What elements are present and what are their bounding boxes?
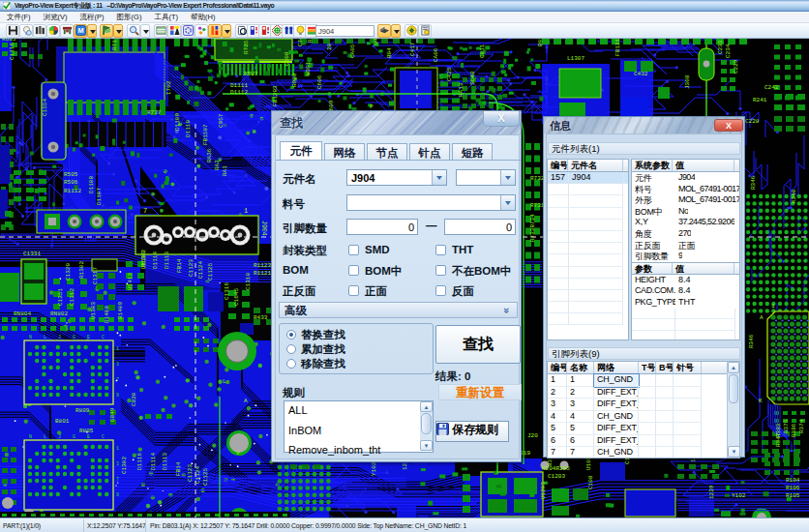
svg-text:U1413: U1413 <box>127 273 134 290</box>
svg-text:U1303: U1303 <box>90 302 97 319</box>
svg-text:D1109: D1109 <box>174 113 181 131</box>
svg-text:C1123: C1123 <box>187 464 194 482</box>
svg-text:J20: J20 <box>527 432 538 439</box>
svg-text:3: 3 <box>116 362 119 368</box>
svg-text:RN804: RN804 <box>14 310 31 317</box>
svg-text:C1124: C1124 <box>197 261 204 279</box>
svg-text:D1116: D1116 <box>140 251 147 269</box>
svg-text:C1125: C1125 <box>202 468 209 486</box>
svg-text:N: N <box>29 335 32 340</box>
svg-text:D1108: D1108 <box>88 176 95 193</box>
svg-text:G: G <box>73 335 75 340</box>
svg-text:C229: C229 <box>733 59 739 74</box>
svg-text:I702: I702 <box>165 80 172 95</box>
svg-text:R1112: R1112 <box>64 188 81 194</box>
svg-text:C1302: C1302 <box>121 457 128 474</box>
svg-text:A: A <box>760 314 764 321</box>
svg-text:C707: C707 <box>297 39 304 46</box>
svg-text:R505: R505 <box>64 171 78 178</box>
svg-text:RA1: RA1 <box>222 165 228 176</box>
svg-text:D1116: D1116 <box>136 453 143 470</box>
svg-text:C606: C606 <box>316 74 323 89</box>
svg-text:D1114: D1114 <box>152 251 159 269</box>
svg-text:E: E <box>87 335 90 340</box>
svg-text:J308: J308 <box>684 74 691 89</box>
svg-text:FB1318: FB1318 <box>614 39 621 56</box>
svg-text:FB1203: FB1203 <box>272 85 279 106</box>
svg-text:RN802: RN802 <box>50 310 68 317</box>
svg-text:C820: C820 <box>131 392 137 406</box>
svg-text:CA06: CA06 <box>433 47 439 62</box>
svg-text:N: N <box>29 434 32 440</box>
svg-text:C228: C228 <box>745 118 760 125</box>
svg-text:R717: R717 <box>111 39 118 50</box>
svg-text:R809: R809 <box>75 407 90 414</box>
svg-text:9: 9 <box>116 393 119 399</box>
svg-text:1: 1 <box>244 207 248 215</box>
svg-text:U1203: U1203 <box>540 482 547 499</box>
svg-text:C1116: C1116 <box>9 43 15 60</box>
svg-text:B801: B801 <box>55 418 70 425</box>
svg-text:R105: R105 <box>786 492 800 499</box>
svg-text:FB14: FB14 <box>176 258 183 273</box>
svg-text:J: J <box>58 335 61 340</box>
svg-text:C1203: C1203 <box>548 473 565 480</box>
svg-text:D1111: D1111 <box>230 82 248 89</box>
svg-text:Y102: Y102 <box>732 492 746 499</box>
svg-text:R1121: R1121 <box>254 270 271 277</box>
svg-text:R733R734: R733R734 <box>529 214 536 242</box>
svg-text:R605: R605 <box>2 39 16 43</box>
svg-text:C1317: C1317 <box>92 267 99 284</box>
svg-text:R241: R241 <box>753 97 767 103</box>
svg-text:R506: R506 <box>64 179 78 186</box>
svg-text:G: G <box>73 434 75 440</box>
svg-text:Y102: Y102 <box>371 461 377 476</box>
svg-text:1229: 1229 <box>708 485 715 499</box>
svg-text:C: C <box>102 335 105 340</box>
svg-text:C1645: C1645 <box>233 288 240 306</box>
svg-text:B04: B04 <box>386 47 393 58</box>
svg-text:C1316: C1316 <box>224 282 230 300</box>
svg-text:C233: C233 <box>717 40 724 54</box>
svg-text:CA05: CA05 <box>349 44 356 58</box>
svg-text:9: 9 <box>116 492 119 498</box>
svg-text:R386: R386 <box>791 423 797 437</box>
svg-text:E: E <box>87 434 90 440</box>
svg-text:RA36: RA36 <box>206 148 213 163</box>
svg-text:P: P <box>370 103 374 110</box>
svg-text:C108: C108 <box>587 475 594 489</box>
svg-text:L1307: L1307 <box>567 55 584 62</box>
svg-text:V: V <box>236 450 240 457</box>
svg-text:C432: C432 <box>634 71 648 77</box>
svg-text:R805: R805 <box>79 428 94 434</box>
svg-text:R346: R346 <box>748 334 755 348</box>
svg-text:R374: R374 <box>798 419 805 433</box>
svg-text:C811: C811 <box>479 44 486 58</box>
svg-text:RA13: RA13 <box>458 82 464 97</box>
svg-text:R346: R346 <box>750 175 757 190</box>
svg-text:L: L <box>223 378 226 385</box>
svg-text:L: L <box>44 434 46 440</box>
svg-text:7: 7 <box>116 377 119 383</box>
svg-text:R908: R908 <box>291 73 298 87</box>
svg-text:C1310: C1310 <box>245 273 252 290</box>
svg-text:20: 20 <box>326 43 333 50</box>
svg-text:C608: C608 <box>284 51 290 66</box>
svg-text:C242: C242 <box>764 84 779 91</box>
svg-text:C1351: C1351 <box>57 288 64 306</box>
svg-text:R1408: R1408 <box>104 306 110 323</box>
svg-text:C1312: C1312 <box>69 288 75 306</box>
svg-text:FB14: FB14 <box>175 461 182 476</box>
svg-text:7: 7 <box>116 477 119 483</box>
svg-text:C1125: C1125 <box>207 263 214 281</box>
svg-text:R1409: R1409 <box>117 302 124 319</box>
svg-text:R1123: R1123 <box>254 262 271 269</box>
svg-text:A: A <box>244 398 248 404</box>
svg-text:7: 7 <box>143 207 147 215</box>
svg-text:C1320: C1320 <box>65 263 72 281</box>
svg-text:L: L <box>44 335 46 340</box>
svg-text:C234: C234 <box>725 44 732 58</box>
svg-text:R104: R104 <box>786 477 800 484</box>
svg-text:R433: R433 <box>254 314 268 321</box>
svg-text:FB1507: FB1507 <box>202 124 209 145</box>
